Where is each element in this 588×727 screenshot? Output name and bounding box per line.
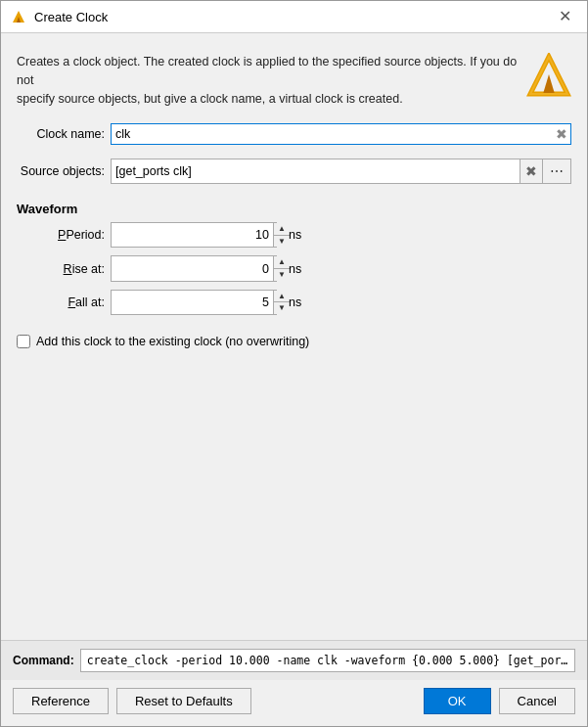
fall-at-label: Fall at:: [17, 295, 105, 309]
clock-name-clear-button[interactable]: ✖: [554, 127, 569, 141]
title-bar: Create Clock ✕: [1, 1, 587, 33]
dialog-title: Create Clock: [34, 10, 108, 24]
fall-at-spin-down[interactable]: ▼: [274, 302, 290, 314]
source-clear-button[interactable]: ✖: [520, 159, 542, 184]
source-browse-button[interactable]: ⋯: [542, 159, 571, 184]
footer-buttons: Reference Reset to Defaults OK Cancel: [1, 680, 587, 726]
description-text: Creates a clock object. The created cloc…: [17, 47, 571, 112]
fall-at-unit: ns: [289, 295, 301, 309]
svg-marker-3: [543, 74, 555, 94]
fall-at-spinbox: ▲ ▼: [111, 290, 277, 315]
period-label: PPeriod:: [17, 228, 105, 242]
reference-button[interactable]: Reference: [13, 688, 109, 714]
add-clock-checkbox[interactable]: [17, 335, 30, 348]
reset-defaults-button[interactable]: Reset to Defaults: [116, 688, 251, 714]
fall-at-spin-buttons: ▲ ▼: [273, 291, 290, 314]
command-value: create_clock -period 10.000 -name clk -w…: [80, 649, 575, 672]
fall-at-row: Fall at: ▲ ▼ ns: [17, 290, 571, 315]
command-bar: Command: create_clock -period 10.000 -na…: [1, 640, 587, 680]
clock-name-row: Clock name: ✖: [17, 123, 571, 145]
fall-at-input[interactable]: [112, 294, 273, 311]
command-label: Command:: [13, 654, 74, 667]
fall-at-spin-up[interactable]: ▲: [274, 291, 290, 303]
source-objects-label: Source objects:: [17, 164, 105, 178]
rise-at-row: Rise at: ▲ ▼ ns: [17, 255, 571, 281]
clock-name-label: Clock name:: [17, 127, 105, 141]
ok-button[interactable]: OK: [424, 688, 491, 714]
rise-at-spin-up[interactable]: ▲: [274, 256, 290, 269]
add-clock-label[interactable]: Add this clock to the existing clock (no…: [36, 335, 309, 348]
rise-at-input[interactable]: [112, 260, 273, 278]
close-button[interactable]: ✕: [553, 7, 577, 26]
source-objects-input-wrap: ✖ ⋯: [111, 159, 571, 184]
app-icon: [11, 9, 26, 24]
title-bar-left: Create Clock: [11, 9, 108, 24]
period-input[interactable]: [112, 226, 273, 244]
waveform-section: Waveform PPeriod: ▲ ▼ ns Rise at:: [17, 198, 571, 317]
period-row: PPeriod: ▲ ▼ ns: [17, 222, 571, 248]
source-objects-input[interactable]: [111, 159, 520, 184]
cancel-button[interactable]: Cancel: [499, 688, 575, 714]
period-unit: ns: [289, 228, 301, 242]
rise-at-unit: ns: [289, 262, 301, 276]
create-clock-dialog: Create Clock ✕ Creates a clock object. T…: [0, 0, 588, 727]
period-spin-buttons: ▲ ▼: [273, 223, 290, 247]
clock-name-input[interactable]: [111, 123, 571, 145]
rise-at-spinbox: ▲ ▼: [111, 255, 277, 281]
clock-name-input-wrap: ✖: [111, 123, 571, 145]
checkbox-row: Add this clock to the existing clock (no…: [17, 335, 571, 348]
period-spinbox: ▲ ▼: [111, 222, 277, 248]
source-objects-row: Source objects: ✖ ⋯: [17, 159, 571, 184]
waveform-title: Waveform: [17, 202, 571, 216]
period-spin-up[interactable]: ▲: [274, 223, 290, 236]
spacer: [17, 360, 571, 630]
rise-at-label: Rise at:: [17, 262, 105, 276]
dialog-content: Creates a clock object. The created cloc…: [1, 33, 587, 640]
period-spin-down[interactable]: ▼: [274, 236, 290, 248]
rise-at-spin-down[interactable]: ▼: [274, 269, 290, 281]
brand-logo: [526, 53, 571, 98]
rise-at-spin-buttons: ▲ ▼: [273, 256, 290, 280]
